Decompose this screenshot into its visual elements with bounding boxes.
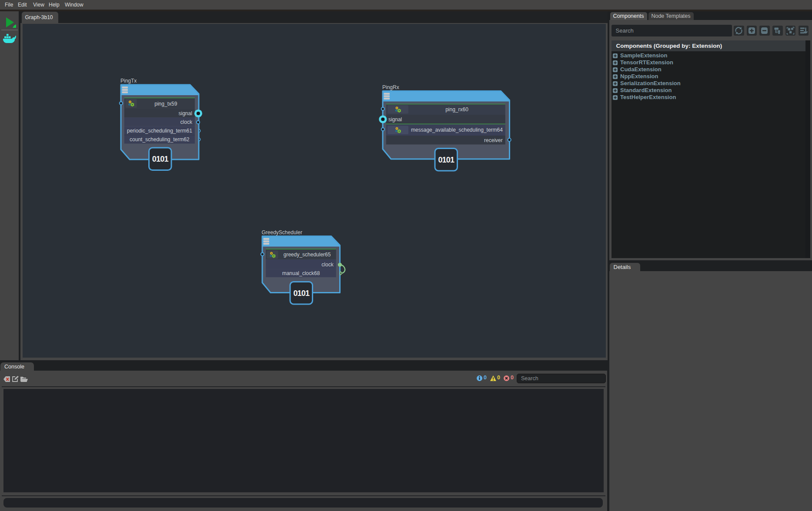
- svg-text:ping_tx59: ping_tx59: [154, 101, 177, 107]
- svg-text:receiver: receiver: [484, 137, 503, 143]
- svg-text:signal: signal: [178, 110, 192, 116]
- svg-text:message_available_scheduling_t: message_available_scheduling_term64: [411, 127, 503, 133]
- svg-text:count_scheduling_term62: count_scheduling_term62: [130, 136, 190, 143]
- svg-text:greedy_scheduler65: greedy_scheduler65: [283, 252, 331, 258]
- svg-text:GreedyScheduler: GreedyScheduler: [261, 229, 302, 236]
- svg-text:PingRx: PingRx: [382, 84, 399, 90]
- svg-text:ping_rx60: ping_rx60: [445, 106, 468, 113]
- svg-text:manual_clock68: manual_clock68: [282, 270, 320, 276]
- svg-text:clock: clock: [180, 119, 192, 125]
- svg-text:periodic_scheduling_term61: periodic_scheduling_term61: [127, 128, 192, 134]
- svg-text:0101: 0101: [438, 156, 454, 164]
- svg-text:clock: clock: [321, 262, 334, 268]
- svg-text:0101: 0101: [293, 289, 310, 298]
- svg-text:signal: signal: [388, 116, 401, 123]
- svg-text:0101: 0101: [152, 155, 168, 163]
- svg-text:PingTx: PingTx: [120, 78, 137, 84]
